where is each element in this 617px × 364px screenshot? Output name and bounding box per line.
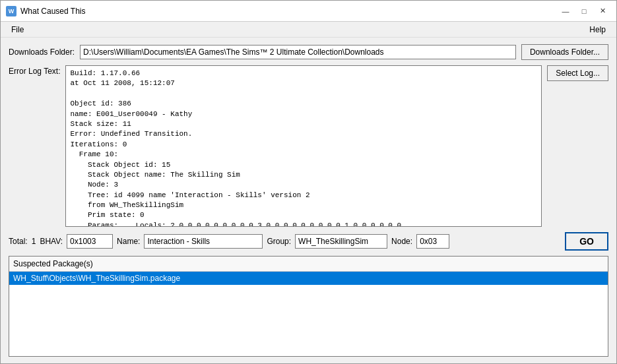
downloads-input[interactable] — [80, 45, 516, 59]
downloads-label: Downloads Folder: — [9, 47, 75, 57]
total-value: 1 — [32, 237, 36, 246]
window-title: What Caused This — [20, 7, 86, 16]
close-button[interactable]: ✕ — [594, 5, 611, 18]
group-input[interactable] — [295, 234, 387, 249]
total-label: Total: — [9, 237, 28, 246]
main-window: W What Caused This — □ ✕ File Help Downl… — [0, 0, 617, 364]
menu-file[interactable]: File — [6, 24, 29, 36]
log-buttons: Select Log... — [547, 65, 608, 227]
downloads-row: Downloads Folder: Downloads Folder... — [9, 44, 608, 60]
name-label: Name: — [117, 237, 140, 246]
title-bar: W What Caused This — □ ✕ — [1, 1, 616, 22]
minimize-button[interactable]: — — [557, 5, 574, 18]
bottom-row: Total: 1 BHAV: Name: Group: Node: GO — [9, 232, 608, 251]
maximize-button[interactable]: □ — [575, 5, 593, 18]
name-input[interactable] — [144, 234, 263, 249]
log-wrapper: Build: 1.17.0.66 at Oct 11 2008, 15:12:0… — [65, 65, 542, 227]
title-bar-left: W What Caused This — [6, 6, 86, 16]
error-log-area: Error Log Text: Build: 1.17.0.66 at Oct … — [9, 65, 608, 227]
suspected-header: Suspected Package(s) — [9, 257, 608, 272]
node-label: Node: — [391, 237, 412, 246]
list-item[interactable]: WH_Stuff\Objects\WH_TheSkillingSim.packa… — [9, 272, 608, 285]
bhav-input[interactable] — [67, 234, 113, 249]
content-area: Downloads Folder: Downloads Folder... Er… — [1, 38, 616, 363]
menu-bar: File Help — [1, 22, 616, 38]
go-button[interactable]: GO — [565, 232, 608, 251]
select-log-button[interactable]: Select Log... — [547, 65, 608, 81]
app-icon: W — [6, 6, 16, 16]
title-bar-controls: — □ ✕ — [557, 5, 611, 18]
log-text[interactable]: Build: 1.17.0.66 at Oct 11 2008, 15:12:0… — [66, 66, 541, 226]
downloads-folder-button[interactable]: Downloads Folder... — [521, 44, 608, 60]
group-label: Group: — [267, 237, 291, 246]
menu-help[interactable]: Help — [584, 24, 611, 36]
bhav-label: BHAV: — [40, 237, 63, 246]
node-input[interactable] — [416, 234, 449, 249]
suspected-list[interactable]: WH_Stuff\Objects\WH_TheSkillingSim.packa… — [9, 272, 608, 356]
error-log-label: Error Log Text: — [9, 65, 60, 227]
suspected-panel: Suspected Package(s) WH_Stuff\Objects\WH… — [9, 256, 608, 357]
